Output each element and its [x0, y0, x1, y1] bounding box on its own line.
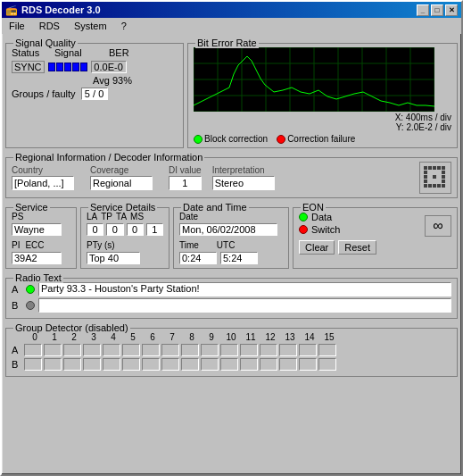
gd-header-3: 3: [85, 332, 103, 342]
ber-panel: Bit Error Rate X: 400ms / div Y: 2.0E-2 …: [187, 43, 458, 148]
gd-a-cell-5: [122, 344, 140, 356]
groups-value: 5 / 0: [81, 88, 108, 100]
gd-b-cell-15: [318, 358, 336, 371]
gd-header-6: 6: [144, 332, 161, 342]
gd-b-cell-10: [220, 358, 238, 371]
ps-label: PS: [12, 212, 70, 221]
rt-row-a: A Party 93.3 - Houston's Party Station!: [12, 282, 451, 296]
signal-quality-title: Signal Quality: [13, 38, 78, 48]
gd-a-cell-7: [161, 344, 179, 356]
ber-x-label: X: 400ms / div: [395, 113, 451, 122]
di-group: DI value 1: [169, 165, 202, 190]
gd-header-14: 14: [301, 332, 318, 342]
coverage-group: Coverage Regional: [90, 165, 153, 190]
title-bar: 📻 RDS Decoder 3.0 _ □ ✕: [2, 2, 461, 18]
gd-b-cell-4: [103, 358, 120, 371]
menu-help[interactable]: ?: [118, 20, 130, 32]
gd-b-cell-12: [260, 358, 277, 371]
gd-header-12: 12: [261, 332, 279, 342]
gd-header-15: 15: [320, 332, 338, 342]
ms-label: MS: [130, 212, 144, 221]
ber-legend: Block correction Correction failure: [194, 134, 451, 144]
date-label: Date: [179, 212, 283, 221]
sq-inner: Status Signal BER SYNC: [12, 47, 178, 100]
eon-data-led: [299, 213, 308, 221]
country-label: Country: [12, 165, 74, 175]
rt-b-label: B: [12, 300, 22, 311]
gd-header-10: 10: [222, 332, 240, 342]
gd-b-cell-1: [44, 358, 62, 371]
gd-headers: 0 1 2 3 4 5 6 7 8 9 10 11 12 13 14 15: [26, 332, 451, 342]
gd-a-cell-10: [220, 344, 238, 356]
gd-header-13: 13: [281, 332, 299, 342]
menu-rds[interactable]: RDS: [36, 20, 63, 32]
gd-b-cell-14: [299, 358, 317, 371]
clear-button[interactable]: Clear: [299, 240, 335, 255]
gd-b-cell-5: [122, 358, 140, 371]
gd-header-0: 0: [26, 332, 44, 342]
eon-switch-label: Switch: [311, 224, 340, 235]
interp-label: Interpretation: [212, 165, 275, 175]
ecc-label: ECC: [25, 240, 44, 250]
gd-a-cells: [24, 344, 336, 356]
gd-a-cell-12: [260, 344, 277, 356]
service-details-title: Service Details: [88, 202, 157, 213]
gd-b-cell-8: [181, 358, 199, 371]
ta-value: 0: [127, 223, 144, 236]
la-label: LA: [87, 212, 97, 221]
ps-value: Wayne: [12, 223, 62, 236]
gd-a-cell-4: [103, 344, 120, 356]
main-content: Signal Quality Status Signal BER SYNC: [2, 34, 461, 380]
gd-row-a: A: [12, 344, 451, 356]
eon-data-label: Data: [311, 212, 332, 222]
group-detector-title: Group Detector (disabled): [13, 322, 130, 333]
gd-header-1: 1: [45, 332, 63, 342]
minimize-button[interactable]: _: [417, 4, 429, 16]
gd-b-cell-2: [63, 358, 81, 371]
ber-title: Bit Error Rate: [195, 38, 259, 48]
radio-text-panel: Radio Text A Party 93.3 - Houston's Part…: [5, 278, 458, 319]
rt-a-label: A: [12, 284, 22, 295]
gd-header-11: 11: [242, 332, 260, 342]
di-value: 1: [169, 176, 202, 190]
gd-b-cell-0: [24, 358, 42, 371]
country-group: Country [Poland, ...]: [12, 165, 74, 190]
pi-value: 39A2: [12, 252, 62, 264]
gd-a-cell-13: [279, 344, 297, 356]
dotmatrix-icon: [419, 162, 451, 194]
title-bar-icon: 📻: [5, 4, 18, 16]
maximize-button[interactable]: □: [431, 4, 443, 16]
service-panel: Service PS Wayne PI ECC 39A2: [5, 207, 77, 269]
gd-a-cell-2: [63, 344, 81, 356]
gd-b-cell-11: [240, 358, 258, 371]
gd-header-4: 4: [104, 332, 122, 342]
close-button[interactable]: ✕: [445, 4, 458, 16]
ta-label: TA: [116, 212, 127, 221]
regional-title: Regional Information / Decoder Informati…: [13, 152, 204, 163]
eon-inner: Data Switch ∞ Clear Reset: [299, 212, 451, 255]
window-title: RDS Decoder 3.0: [21, 4, 101, 15]
rt-a-value: Party 93.3 - Houston's Party Station!: [38, 282, 451, 296]
correction-failure-led: [277, 135, 285, 144]
menu-bar: File RDS System ?: [2, 18, 461, 34]
gd-a-cell-8: [181, 344, 199, 356]
ms-value: 1: [146, 223, 163, 236]
groups-label: Groups / faulty: [12, 88, 76, 99]
row3: Service PS Wayne PI ECC 39A2 Service Det…: [5, 202, 458, 269]
interp-value: Stereo: [212, 176, 275, 190]
signal-bar-1: [48, 63, 55, 71]
datetime-title: Date and Time: [181, 202, 249, 213]
gd-a-label: A: [12, 345, 22, 355]
pty-value: Top 40: [87, 252, 140, 264]
time-label: Time: [179, 240, 199, 250]
menu-file[interactable]: File: [5, 20, 29, 32]
group-detector-panel: Group Detector (disabled) 0 1 2 3 4 5 6 …: [5, 328, 458, 377]
reset-button[interactable]: Reset: [338, 240, 376, 255]
menu-system[interactable]: System: [70, 20, 111, 32]
gd-a-cell-11: [240, 344, 258, 356]
rt-row-b: B: [12, 298, 451, 313]
gd-header-9: 9: [203, 332, 220, 342]
gd-a-cell-1: [44, 344, 62, 356]
block-correction-led: [194, 135, 203, 144]
coverage-label: Coverage: [90, 165, 153, 175]
